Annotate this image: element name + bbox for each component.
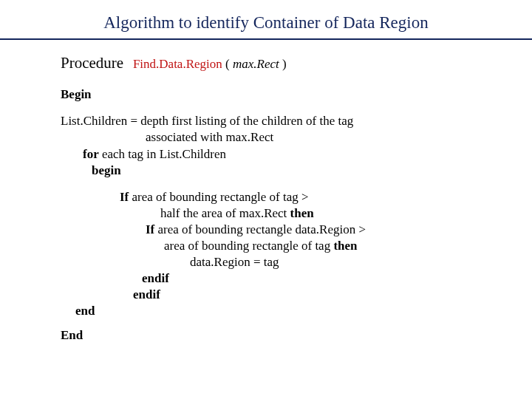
algo-line: for each tag in List.Children <box>61 146 480 163</box>
paren-close: ) <box>279 57 287 71</box>
for-keyword: for <box>83 147 99 161</box>
paren-open: ( <box>222 57 233 71</box>
slide-body: Procedure Find.Data.Region ( max.Rect ) … <box>0 40 532 344</box>
if-text: area of bounding rectangle data.Region > <box>154 222 366 236</box>
begin-keyword: Begin <box>61 86 480 103</box>
begin-inner: begin <box>61 163 480 179</box>
end-keyword: End <box>61 327 480 344</box>
endif-keyword: endif <box>120 270 480 287</box>
procedure-name: Find.Data.Region <box>133 57 222 71</box>
end-inner: end <box>61 303 480 319</box>
then-keyword: then <box>290 206 314 220</box>
if-block: If area of bounding rectangle of tag > h… <box>61 189 480 304</box>
slide: { "title": "Algorithm to identify Contai… <box>0 0 532 399</box>
then-keyword: then <box>333 239 357 253</box>
algo-line: If area of bounding rectangle of tag > <box>120 189 480 205</box>
procedure-param: max.Rect <box>233 57 279 71</box>
procedure-line: Procedure Find.Data.Region ( max.Rect ) <box>61 53 480 73</box>
for-text: each tag in List.Children <box>99 147 226 161</box>
algo-line: If area of bounding rectangle data.Regio… <box>120 222 480 238</box>
algo-line: half the area of max.Rect then <box>120 205 480 222</box>
algo-line: List.Children = depth first listing of t… <box>61 113 480 129</box>
slide-title: Algorithm to identify Container of Data … <box>0 0 532 38</box>
if-keyword: If <box>120 190 129 204</box>
if-text: half the area of max.Rect <box>160 206 290 220</box>
if-text: area of bounding rectangle of tag > <box>129 190 308 204</box>
algo-line: area of bounding rectangle of tag then <box>120 238 480 254</box>
if-text: area of bounding rectangle of tag <box>164 239 333 253</box>
algo-line: data.Region = tag <box>120 254 480 270</box>
endif-keyword: endif <box>120 287 480 303</box>
algorithm-body: List.Children = depth first listing of t… <box>61 113 480 178</box>
if-keyword: If <box>146 222 154 236</box>
algo-line: associated with max.Rect <box>61 129 480 146</box>
procedure-keyword: Procedure <box>61 54 123 72</box>
